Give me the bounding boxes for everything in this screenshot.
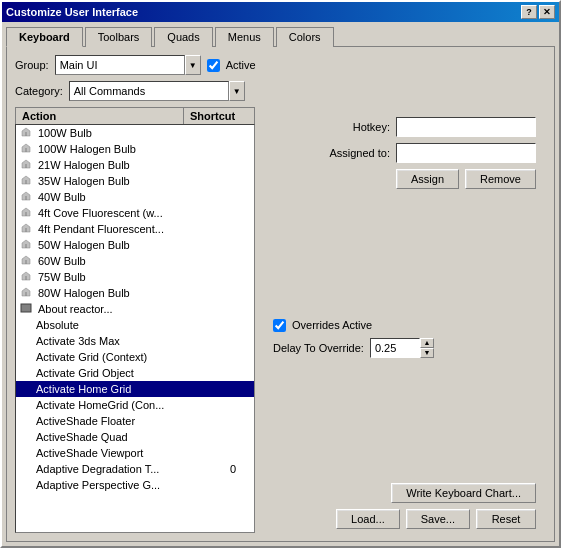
item-name: ActiveShade Floater	[36, 415, 230, 427]
item-icon	[20, 271, 34, 283]
hotkey-input[interactable]	[396, 117, 536, 137]
tab-colors[interactable]: Colors	[276, 27, 334, 47]
assigned-to-input[interactable]	[396, 143, 536, 163]
tab-quads[interactable]: Quads	[154, 27, 212, 47]
list-item[interactable]: About reactor...	[16, 301, 254, 317]
list-item[interactable]: Activate Home Grid	[16, 381, 254, 397]
list-item[interactable]: Absolute	[16, 317, 254, 333]
tab-bar: Keyboard Toolbars Quads Menus Colors	[6, 26, 555, 46]
tab-menus[interactable]: Menus	[215, 27, 274, 47]
item-name: 50W Halogen Bulb	[38, 239, 230, 251]
right-panel: Hotkey: Assigned to: Assign Remove	[263, 107, 546, 533]
delay-row: Delay To Override: ▲ ▼	[273, 338, 546, 358]
action-list[interactable]: 100W Bulb100W Halogen Bulb21W Halogen Bu…	[15, 124, 255, 533]
overrides-checkbox[interactable]	[273, 319, 286, 332]
list-item[interactable]: 75W Bulb	[16, 269, 254, 285]
item-shortcut: 0	[230, 463, 250, 475]
hotkey-label: Hotkey:	[353, 121, 390, 133]
item-name: Activate Grid (Context)	[36, 351, 230, 363]
list-item[interactable]: Activate Grid (Context)	[16, 349, 254, 365]
item-icon	[20, 287, 34, 299]
category-row: Category: All Commands ▼	[15, 81, 546, 101]
assigned-to-label: Assigned to:	[329, 147, 390, 159]
category-dropdown-wrap: All Commands ▼	[69, 81, 245, 101]
item-icon	[20, 223, 34, 235]
title-bar: Customize User Interface ? ✕	[2, 2, 559, 22]
item-name: 100W Halogen Bulb	[38, 143, 230, 155]
category-label: Category:	[15, 85, 63, 97]
tab-toolbars[interactable]: Toolbars	[85, 27, 153, 47]
write-chart-row: Write Keyboard Chart...	[263, 483, 536, 503]
item-name: 21W Halogen Bulb	[38, 159, 230, 171]
list-item[interactable]: 60W Bulb	[16, 253, 254, 269]
item-icon	[20, 191, 34, 203]
item-name: 4ft Cove Fluorescent (w...	[38, 207, 230, 219]
keyboard-tab-content: Group: Main UI ▼ Active Category: All Co…	[6, 46, 555, 542]
assign-remove-row: Assign Remove	[263, 169, 536, 189]
group-label: Group:	[15, 59, 49, 71]
write-keyboard-chart-button[interactable]: Write Keyboard Chart...	[391, 483, 536, 503]
tab-keyboard[interactable]: Keyboard	[6, 27, 83, 47]
list-item[interactable]: Adaptive Degradation T...0	[16, 461, 254, 477]
hotkey-row: Hotkey:	[263, 117, 536, 137]
list-item[interactable]: ActiveShade Viewport	[16, 445, 254, 461]
list-item[interactable]: Activate Grid Object	[16, 365, 254, 381]
item-name: Activate Grid Object	[36, 367, 230, 379]
item-icon	[20, 303, 34, 315]
active-label: Active	[226, 59, 256, 71]
list-item[interactable]: 40W Bulb	[16, 189, 254, 205]
item-name: Adaptive Degradation T...	[36, 463, 230, 475]
item-icon	[20, 207, 34, 219]
group-dropdown-display[interactable]: Main UI	[55, 55, 185, 75]
group-dropdown-wrap: Main UI ▼	[55, 55, 201, 75]
item-icon	[20, 255, 34, 267]
overrides-row: Overrides Active	[273, 319, 546, 332]
list-item[interactable]: 100W Bulb	[16, 125, 254, 141]
group-row: Group: Main UI ▼ Active	[15, 55, 546, 75]
list-item[interactable]: 100W Halogen Bulb	[16, 141, 254, 157]
item-name: 4ft Pendant Fluorescent...	[38, 223, 230, 235]
item-name: Activate 3ds Max	[36, 335, 230, 347]
item-name: ActiveShade Viewport	[36, 447, 230, 459]
action-column-header: Action	[16, 108, 184, 124]
delay-decrement[interactable]: ▼	[420, 348, 434, 358]
list-item[interactable]: 50W Halogen Bulb	[16, 237, 254, 253]
list-item[interactable]: Activate 3ds Max	[16, 333, 254, 349]
category-dropdown-display[interactable]: All Commands	[69, 81, 229, 101]
assigned-to-row: Assigned to:	[263, 143, 536, 163]
reset-button[interactable]: Reset	[476, 509, 536, 529]
action-list-panel: Action Shortcut 100W Bulb100W Halogen Bu…	[15, 107, 255, 533]
list-item[interactable]: 4ft Pendant Fluorescent...	[16, 221, 254, 237]
delay-increment[interactable]: ▲	[420, 338, 434, 348]
main-window: Customize User Interface ? ✕ Keyboard To…	[0, 0, 561, 548]
list-item[interactable]: 21W Halogen Bulb	[16, 157, 254, 173]
load-button[interactable]: Load...	[336, 509, 400, 529]
help-button[interactable]: ?	[521, 5, 537, 19]
item-name: 60W Bulb	[38, 255, 230, 267]
list-item[interactable]: 80W Halogen Bulb	[16, 285, 254, 301]
group-dropdown-arrow[interactable]: ▼	[185, 55, 201, 75]
active-checkbox[interactable]	[207, 59, 220, 72]
delay-input[interactable]	[370, 338, 420, 358]
list-item[interactable]: ActiveShade Floater	[16, 413, 254, 429]
remove-button[interactable]: Remove	[465, 169, 536, 189]
list-item[interactable]: 4ft Cove Fluorescent (w...	[16, 205, 254, 221]
shortcut-column-header: Shortcut	[184, 108, 254, 124]
list-item[interactable]: Activate HomeGrid (Con...	[16, 397, 254, 413]
assign-button[interactable]: Assign	[396, 169, 459, 189]
list-header: Action Shortcut	[15, 107, 255, 124]
save-button[interactable]: Save...	[406, 509, 470, 529]
delay-spinner: ▲ ▼	[370, 338, 434, 358]
list-item[interactable]: 35W Halogen Bulb	[16, 173, 254, 189]
item-name: 40W Bulb	[38, 191, 230, 203]
item-name: 80W Halogen Bulb	[38, 287, 230, 299]
item-name: ActiveShade Quad	[36, 431, 230, 443]
close-button[interactable]: ✕	[539, 5, 555, 19]
list-item[interactable]: Adaptive Perspective G...	[16, 477, 254, 493]
category-dropdown-arrow[interactable]: ▼	[229, 81, 245, 101]
delay-spinner-buttons: ▲ ▼	[420, 338, 434, 358]
list-item[interactable]: ActiveShade Quad	[16, 429, 254, 445]
item-icon	[20, 159, 34, 171]
title-bar-buttons: ? ✕	[521, 5, 555, 19]
item-icon	[20, 143, 34, 155]
